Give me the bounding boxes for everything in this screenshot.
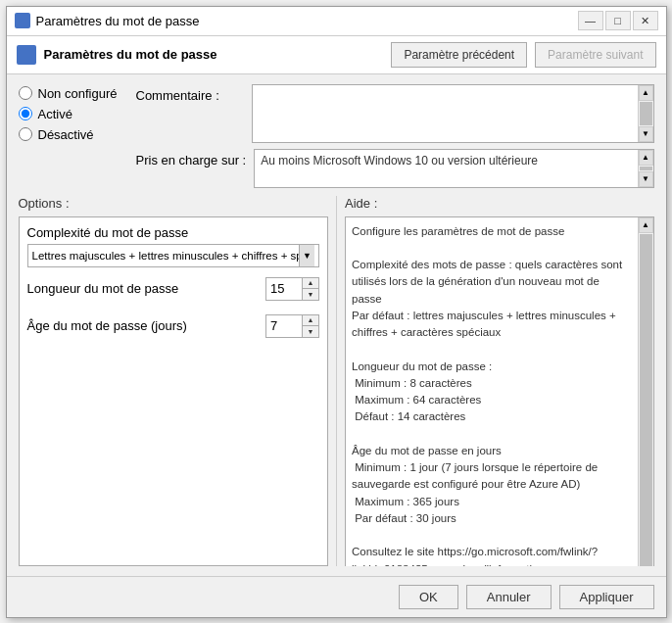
age-up-btn[interactable]: ▲	[303, 315, 318, 326]
comment-row: Commentaire : ▲ ▼	[136, 84, 654, 143]
supported-scroll-thumb	[640, 167, 652, 170]
supported-scroll-up[interactable]: ▲	[639, 150, 653, 166]
supported-row: Pris en charge sur : Au moins Microsoft …	[136, 149, 654, 188]
middle-section: Options : Complexité du mot de passe Let…	[19, 196, 654, 566]
scroll-down-btn[interactable]: ▼	[639, 126, 653, 142]
dropdown-arrow-icon: ▼	[299, 245, 314, 266]
prev-button[interactable]: Paramètre précédent	[391, 42, 527, 68]
footer: OK Annuler Appliquer	[7, 576, 666, 617]
toolbar-icon	[17, 45, 36, 65]
options-label: Options :	[19, 196, 329, 211]
aide-text: Configure les paramètres de mot de passe…	[346, 217, 638, 566]
scroll-up-btn[interactable]: ▲	[639, 85, 653, 101]
radio-active-label[interactable]: Activé	[38, 107, 72, 121]
aide-scroll-up[interactable]: ▲	[639, 217, 653, 233]
length-input[interactable]	[266, 278, 302, 300]
supported-scroll-down[interactable]: ▼	[639, 171, 653, 187]
radio-not-configured-input[interactable]	[19, 86, 32, 100]
comment-scrollbar[interactable]: ▲ ▼	[638, 85, 653, 142]
content-area: Non configuré Activé Désactivé Commentai…	[7, 74, 666, 576]
supported-box: Au moins Microsoft Windows 10 ou version…	[254, 149, 653, 188]
comment-label: Commentaire :	[136, 84, 244, 103]
age-down-btn[interactable]: ▼	[303, 326, 318, 337]
radio-disabled-input[interactable]	[19, 127, 32, 141]
length-up-btn[interactable]: ▲	[303, 278, 318, 289]
supported-text: Au moins Microsoft Windows 10 ou version…	[255, 150, 637, 187]
comment-col: Commentaire : ▲ ▼ Pris en charge sur : A…	[136, 84, 654, 188]
supported-scrollbar[interactable]: ▲ ▼	[638, 150, 653, 187]
radio-not-configured[interactable]: Non configuré	[19, 86, 136, 101]
title-bar: Paramètres du mot de passe — □ ✕	[7, 7, 666, 36]
age-input[interactable]	[266, 315, 302, 337]
radio-not-configured-label[interactable]: Non configuré	[38, 86, 118, 101]
radio-disabled-label[interactable]: Désactivé	[38, 127, 94, 142]
length-spinner[interactable]: ▲ ▼	[265, 277, 319, 301]
aide-content: Configure les paramètres de mot de passe…	[345, 216, 654, 566]
length-spin-buttons: ▲ ▼	[302, 278, 318, 300]
maximize-button[interactable]: □	[605, 11, 631, 30]
complexity-value: Lettres majuscules + lettres minuscules …	[32, 250, 300, 262]
minimize-button[interactable]: —	[578, 11, 603, 30]
age-spin-buttons: ▲ ▼	[302, 315, 318, 337]
aide-label: Aide :	[345, 196, 654, 211]
window-controls: — □ ✕	[578, 11, 658, 30]
window-title: Paramètres du mot de passe	[36, 14, 578, 28]
top-row: Non configuré Activé Désactivé Commentai…	[19, 84, 654, 188]
ok-button[interactable]: OK	[399, 585, 458, 609]
next-button[interactable]: Paramètre suivant	[535, 42, 655, 68]
complexity-label: Complexité du mot de passe	[27, 225, 320, 240]
radio-active[interactable]: Activé	[19, 107, 136, 121]
main-window: Paramètres du mot de passe — □ ✕ Paramèt…	[6, 6, 667, 618]
age-label: Âge du mot de passe (jours)	[27, 318, 261, 333]
length-row: Longueur du mot de passe ▲ ▼	[27, 277, 320, 301]
complexity-select[interactable]: Lettres majuscules + lettres minuscules …	[27, 244, 320, 267]
cancel-button[interactable]: Annuler	[466, 585, 552, 609]
options-content: Complexité du mot de passe Lettres majus…	[19, 216, 329, 566]
toolbar: Paramètres du mot de passe Paramètre pré…	[7, 36, 666, 74]
age-spinner[interactable]: ▲ ▼	[265, 314, 319, 338]
apply-button[interactable]: Appliquer	[559, 585, 654, 609]
length-label: Longueur du mot de passe	[27, 281, 261, 296]
radio-group: Non configuré Activé Désactivé	[19, 84, 136, 142]
close-button[interactable]: ✕	[633, 11, 658, 30]
complexity-section: Complexité du mot de passe Lettres majus…	[27, 225, 320, 267]
age-row: Âge du mot de passe (jours) ▲ ▼	[27, 314, 320, 338]
radio-active-input[interactable]	[19, 107, 32, 120]
aide-scrollbar[interactable]: ▲ ▼	[638, 217, 653, 566]
radio-disabled[interactable]: Désactivé	[19, 127, 136, 142]
supported-label: Pris en charge sur :	[136, 149, 247, 168]
comment-textarea-box: ▲ ▼	[252, 84, 654, 143]
options-panel: Options : Complexité du mot de passe Let…	[19, 196, 337, 566]
scroll-thumb	[640, 102, 652, 125]
comment-textarea[interactable]	[253, 85, 638, 142]
aide-scroll-thumb	[640, 234, 652, 566]
toolbar-title: Paramètres du mot de passe	[44, 47, 384, 62]
aide-panel: Aide : Configure les paramètres de mot d…	[336, 196, 654, 566]
window-icon	[15, 13, 30, 28]
length-down-btn[interactable]: ▼	[303, 289, 318, 300]
